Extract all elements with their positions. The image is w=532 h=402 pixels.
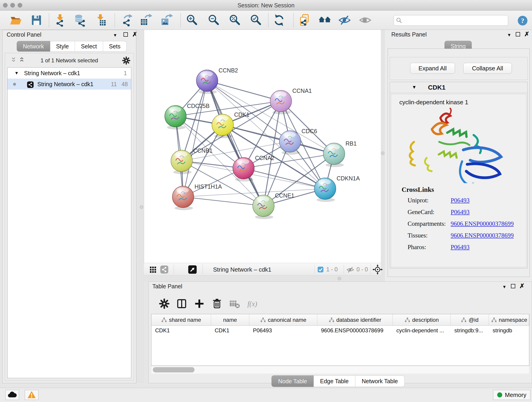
bottom-splitter-handle[interactable] (338, 277, 341, 280)
show-network-overview-icon[interactable] (318, 14, 331, 27)
table-cell[interactable]: stringdb:9... (451, 326, 489, 336)
left-splitter-handle[interactable] (140, 205, 143, 209)
selected-items-checkbox-icon[interactable] (317, 266, 324, 273)
cdk1-collapse-caret-icon[interactable]: ▼ (412, 85, 417, 90)
node-CDC6[interactable]: CDC6 (279, 128, 317, 155)
tab-network[interactable]: Network (17, 41, 50, 51)
help-button[interactable]: ? (517, 15, 528, 26)
tab-style[interactable]: Style (50, 41, 75, 51)
hierarchy-column-icon (260, 317, 266, 323)
search-input[interactable] (394, 15, 508, 26)
zoom-selected-icon[interactable] (250, 14, 263, 27)
table-options-gear-icon[interactable] (159, 298, 170, 309)
scrollbar-thumb[interactable] (153, 367, 195, 372)
edge-CCNA2-CDKN1A[interactable] (244, 168, 325, 189)
save-session-icon[interactable] (30, 14, 43, 27)
table-cell[interactable]: 9606.ENSP00000378699 (317, 326, 393, 336)
column-header-namespace[interactable]: namespace (489, 314, 530, 325)
control-panel-collapse-icon[interactable]: ▼ (113, 33, 117, 38)
results-panel-float-icon[interactable] (516, 32, 520, 37)
node-label-RB1: RB1 (346, 140, 357, 147)
collection-expand-caret-icon[interactable]: ▼ (14, 68, 19, 79)
hide-selected-icon[interactable] (338, 14, 351, 27)
crosslink-link[interactable]: P06493 (451, 244, 470, 251)
tab-network-table[interactable]: Network Table (355, 375, 405, 387)
export-table-icon[interactable] (140, 14, 152, 27)
tab-select[interactable]: Select (75, 41, 103, 51)
control-panel-float-icon[interactable] (123, 32, 128, 38)
tab-sets[interactable]: Sets (103, 41, 127, 51)
column-header-name[interactable]: name (211, 314, 249, 325)
open-session-icon[interactable] (9, 14, 22, 27)
import-table-icon[interactable] (94, 14, 107, 27)
string-network-graph[interactable]: CCNB2 CCNA1 CDC25B CDK1 CDC6 RB1 CCNB1 C… (144, 30, 381, 263)
status-bar: Memory (0, 388, 532, 402)
column-header--id[interactable]: @id (451, 314, 489, 325)
tab-edge-table[interactable]: Edge Table (314, 375, 355, 387)
node-label-CCNE1: CCNE1 (275, 192, 294, 199)
network-type-icon[interactable] (160, 265, 169, 274)
show-columns-icon[interactable] (177, 298, 187, 309)
column-header-shared-name[interactable]: shared name (152, 314, 211, 325)
node-CDKN1A[interactable]: CDKN1A (314, 175, 360, 202)
network-view-canvas[interactable]: CCNB2 CCNA1 CDC25B CDK1 CDC6 RB1 CCNB1 C… (144, 30, 381, 263)
crosslink-link[interactable]: P06493 (451, 197, 470, 204)
network-label: String Network – cdk1 (37, 79, 94, 89)
table-cell[interactable]: cyclin-dependent ... (393, 326, 451, 336)
node-CDK1[interactable]: CDK1 (212, 111, 249, 138)
network-collection-row[interactable]: ▼ String Network – cdk1 1 (7, 68, 131, 79)
node-CCNA1[interactable]: CCNA1 (270, 88, 312, 114)
network-row-selected[interactable]: String Network – cdk1 11 48 (7, 79, 131, 89)
warnings-button[interactable] (25, 390, 38, 400)
table-cell[interactable]: CDK1 (211, 326, 249, 336)
crosslink-link[interactable]: P06493 (451, 209, 470, 216)
grid-view-icon[interactable] (149, 266, 157, 274)
edge-CCNB2-HIST1H1A[interactable] (183, 81, 207, 197)
show-hidden-icon[interactable] (359, 14, 372, 27)
node-RB1[interactable]: RB1 (323, 140, 357, 167)
cloud-status-button[interactable] (5, 390, 19, 400)
zoom-fit-icon[interactable] (229, 14, 241, 27)
tab-node-table[interactable]: Node Table (272, 375, 314, 387)
table-horizontal-scrollbar[interactable] (152, 366, 529, 374)
cdk1-section-header[interactable]: ▼ CDK1 (390, 82, 527, 93)
table-cell[interactable]: CDK1 (152, 326, 211, 336)
refresh-view-icon[interactable] (273, 14, 285, 27)
birds-eye-view-icon[interactable] (188, 265, 197, 274)
table-panel-collapse-icon[interactable]: ▼ (502, 284, 507, 289)
cdk1-gene-title: CDK1 (428, 84, 445, 91)
edge-CCNE1-HIST1H1A[interactable] (183, 197, 264, 206)
crosslink-link[interactable]: 9606.ENSP00000378699 (451, 220, 514, 227)
collapse-all-button[interactable]: Collapse All (463, 63, 512, 74)
column-header-description[interactable]: description (393, 314, 451, 325)
node-label-CCNA2: CCNA2 (255, 155, 274, 161)
network-options-gear-icon[interactable] (122, 56, 130, 65)
table-cell[interactable]: P06493 (249, 326, 317, 336)
edge-CDKN1A-HIST1H1A[interactable] (183, 189, 325, 197)
table-panel-float-icon[interactable] (511, 284, 515, 289)
table-panel-close-icon[interactable]: ✗ (519, 283, 525, 289)
column-header-canonical-name[interactable]: canonical name (249, 314, 317, 325)
add-column-icon[interactable] (194, 298, 205, 309)
node-HIST1H1A[interactable]: HIST1H1A (172, 183, 222, 210)
expand-all-button[interactable]: Expand All (410, 63, 455, 74)
import-network-icon[interactable] (54, 14, 66, 27)
fit-selected-crosshair-icon[interactable] (373, 264, 383, 274)
export-image-icon[interactable] (160, 14, 173, 27)
table-row[interactable]: CDK1CDK1P064939606.ENSP00000378699cyclin… (152, 326, 529, 336)
delete-column-icon[interactable] (212, 298, 222, 309)
hidden-items-eye-icon[interactable] (346, 266, 354, 274)
node-CCNE1[interactable]: CCNE1 (253, 192, 294, 219)
export-network-icon[interactable] (120, 14, 133, 27)
results-panel-close-icon[interactable]: ✗ (524, 31, 530, 37)
zoom-out-icon[interactable] (208, 14, 220, 27)
table-cell[interactable]: stringdb (489, 326, 530, 336)
zoom-in-icon[interactable] (186, 14, 199, 27)
right-splitter-handle[interactable] (381, 152, 385, 155)
import-from-database-icon[interactable] (74, 14, 86, 27)
copy-network-icon[interactable] (298, 14, 311, 27)
memory-button[interactable]: Memory (493, 390, 530, 400)
column-header-database-identifier[interactable]: database identifier (317, 314, 393, 325)
results-panel-collapse-icon[interactable]: ▼ (507, 32, 511, 38)
crosslink-link[interactable]: 9606.ENSP00000378699 (451, 232, 514, 239)
